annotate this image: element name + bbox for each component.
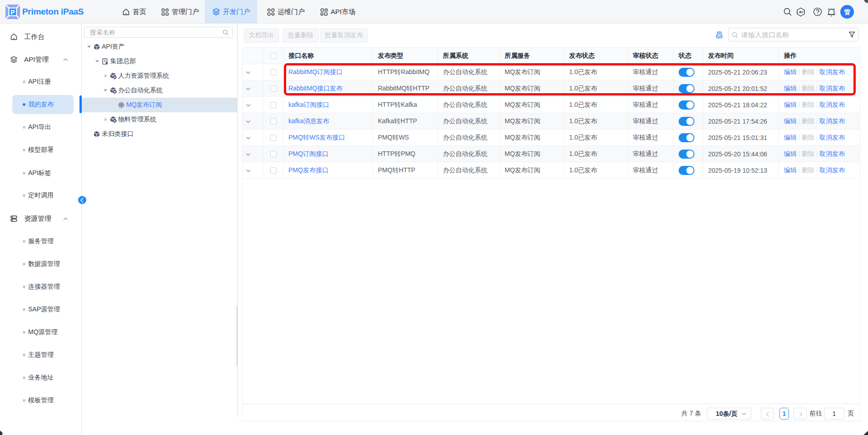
svg-text:P: P bbox=[10, 9, 15, 16]
svg-text:AI: AI bbox=[799, 10, 803, 14]
